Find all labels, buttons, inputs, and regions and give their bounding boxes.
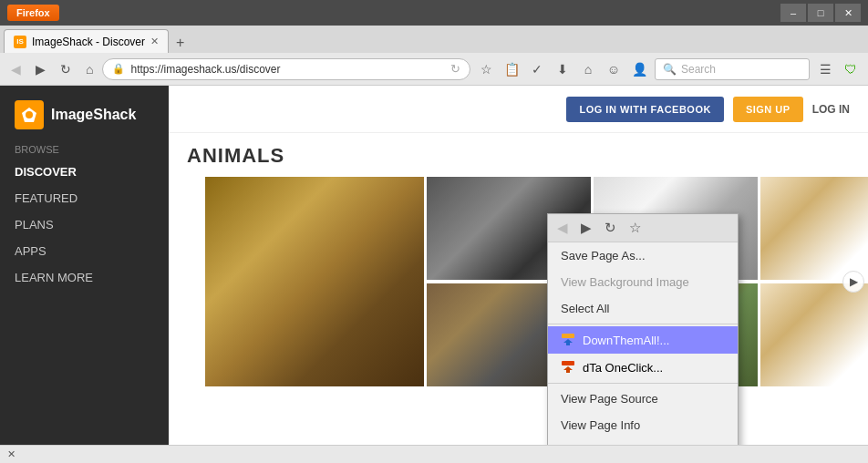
firefox-menu-button[interactable]: Firefox	[7, 5, 59, 21]
profile-icon[interactable]: 👤	[627, 57, 651, 81]
scroll-right-button[interactable]: ▶	[842, 271, 864, 293]
ctx-separator-1	[548, 324, 738, 324]
statusbar: ✕	[0, 445, 868, 463]
sidebar-item-discover[interactable]: DISCOVER	[0, 159, 169, 185]
titlebar: Firefox – □ ✕	[0, 0, 868, 26]
downthemall-icon	[561, 333, 575, 347]
ctx-dta-oneclick[interactable]: dTa OneClick...	[548, 354, 738, 381]
login-facebook-button[interactable]: LOG IN WITH FACEBOOK	[566, 97, 723, 122]
ctx-downthemall[interactable]: DownThemAll!...	[548, 326, 738, 354]
toolbar-icons: ☆ 📋 ✓ ⬇ ⌂ ☺ 👤	[474, 57, 651, 81]
ctx-bookmark-icon[interactable]: ☆	[629, 220, 641, 236]
ctx-forward-icon[interactable]: ▶	[581, 220, 592, 236]
home-nav-icon[interactable]: ⌂	[576, 57, 600, 81]
tab-label: ImageShack - Discover	[32, 36, 145, 48]
sidebar-logo: ImageShack	[0, 100, 169, 144]
shield-icon[interactable]: 🛡	[839, 57, 863, 81]
page-content: LOG IN WITH FACEBOOK SIGN UP LOG IN ANIM…	[169, 86, 868, 445]
svg-marker-3	[563, 339, 573, 343]
tabbar: IS ImageShack - Discover ✕ +	[0, 26, 868, 53]
ctx-view-background: View Background Image	[548, 269, 738, 295]
ctx-view-page-source[interactable]: View Page Source	[548, 386, 738, 412]
bookmark-list-icon[interactable]: 📋	[500, 57, 523, 81]
sidebar: ImageShack Browse DISCOVER FEATURED PLAN…	[0, 86, 169, 445]
ctx-inspect-element[interactable]: Inspect Element (Q)	[548, 438, 738, 445]
svg-rect-4	[566, 343, 570, 345]
sidebar-item-apps[interactable]: APPS	[0, 238, 169, 264]
new-tab-button[interactable]: +	[170, 35, 190, 51]
statusbar-close[interactable]: ✕	[7, 448, 16, 460]
search-icon: 🔍	[663, 63, 677, 76]
bookmarks-star-icon[interactable]: ☆	[474, 57, 498, 81]
pocket-icon[interactable]: ✓	[525, 57, 549, 81]
svg-rect-2	[562, 334, 574, 338]
svg-rect-7	[566, 370, 570, 373]
ctx-reload-icon[interactable]: ↻	[604, 220, 616, 236]
search-placeholder: Search	[681, 63, 716, 76]
address-text: https://imageshack.us/discover	[130, 63, 445, 76]
lock-icon: 🔒	[112, 63, 125, 75]
ctx-dta-oneclick-label: dTa OneClick...	[583, 361, 663, 375]
image-grid	[187, 177, 850, 386]
login-button[interactable]: LOG IN	[812, 103, 850, 116]
dta-oneclick-icon	[561, 360, 575, 375]
ctx-select-all[interactable]: Select All	[548, 295, 738, 322]
navbar: ◀ ▶ ↻ ⌂ 🔒 https://imageshack.us/discover…	[0, 53, 868, 86]
image-partial-top	[760, 177, 868, 280]
svg-marker-6	[563, 366, 573, 370]
ctx-view-page-info[interactable]: View Page Info	[548, 412, 738, 438]
context-menu: ◀ ▶ ↻ ☆ Save Page As... View Background …	[547, 213, 739, 445]
ctx-back-icon[interactable]: ◀	[557, 220, 568, 236]
image-dog	[205, 177, 424, 386]
download-icon[interactable]: ⬇	[551, 57, 574, 81]
home-button[interactable]: ⌂	[80, 58, 98, 80]
ctx-save-page-as[interactable]: Save Page As...	[548, 242, 738, 269]
tab-close-button[interactable]: ✕	[150, 36, 159, 47]
active-tab[interactable]: IS ImageShack - Discover ✕	[4, 29, 169, 53]
image-partial-bottom	[760, 283, 868, 386]
maximize-button[interactable]: □	[808, 4, 833, 22]
tab-favicon: IS	[14, 36, 26, 48]
svg-point-1	[26, 111, 33, 118]
sidebar-item-learn-more[interactable]: LEARN MORE	[0, 264, 169, 291]
signup-button[interactable]: SIGN UP	[733, 97, 803, 122]
close-button[interactable]: ✕	[835, 4, 861, 22]
ctx-separator-2	[548, 383, 738, 384]
reload-button[interactable]: ↻	[55, 58, 77, 80]
sidebar-item-plans[interactable]: PLANS	[0, 211, 169, 238]
logo-icon	[15, 100, 44, 129]
sidebar-browse-label: Browse	[0, 144, 169, 159]
extra-toolbar-icons: ☰ 🛡	[813, 57, 863, 81]
minimize-button[interactable]: –	[780, 4, 806, 22]
page-header: LOG IN WITH FACEBOOK SIGN UP LOG IN	[169, 86, 868, 133]
window-controls: – □ ✕	[780, 4, 861, 22]
search-bar[interactable]: 🔍 Search	[655, 58, 810, 80]
logo-text: ImageShack	[51, 107, 136, 123]
browser-content: ImageShack Browse DISCOVER FEATURED PLAN…	[0, 86, 868, 445]
section-title: ANIMALS	[169, 133, 868, 177]
context-menu-navbar: ◀ ▶ ↻ ☆	[548, 214, 738, 242]
emoji-icon[interactable]: ☺	[602, 57, 625, 81]
menu-button[interactable]: ☰	[813, 57, 837, 81]
svg-rect-5	[562, 361, 574, 365]
sidebar-item-featured[interactable]: FEATURED	[0, 185, 169, 211]
forward-button[interactable]: ▶	[30, 58, 51, 80]
ctx-downthemall-label: DownThemAll!...	[583, 334, 669, 347]
back-button[interactable]: ◀	[5, 58, 26, 80]
address-bar[interactable]: 🔒 https://imageshack.us/discover ↻	[102, 58, 470, 80]
refresh-icon: ↻	[450, 62, 460, 76]
